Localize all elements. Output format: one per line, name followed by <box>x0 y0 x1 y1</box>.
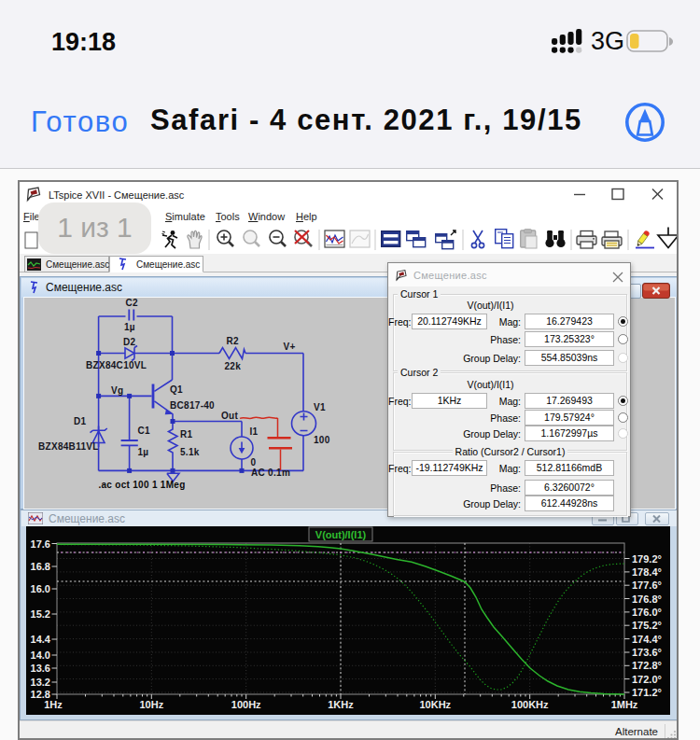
svg-text:100: 100 <box>314 435 330 445</box>
svg-text:13.6: 13.6 <box>31 663 50 674</box>
svg-text:V+: V+ <box>284 342 296 352</box>
svg-text:172.8°: 172.8° <box>632 660 662 671</box>
svg-text:I1: I1 <box>249 426 258 437</box>
svg-text:0: 0 <box>251 457 257 468</box>
svg-text:14.4: 14.4 <box>31 634 51 645</box>
svg-text:1MHz: 1MHz <box>611 699 638 710</box>
svg-text:177.6°: 177.6° <box>632 579 662 591</box>
svg-text:1µ: 1µ <box>137 447 148 457</box>
svg-text:173.6°: 173.6° <box>632 647 662 658</box>
svg-text:BZX84B11VL: BZX84B11VL <box>38 441 99 452</box>
svg-text:15.2: 15.2 <box>31 608 50 620</box>
svg-text:Q1: Q1 <box>170 384 183 395</box>
svg-text:178.4°: 178.4° <box>632 566 662 578</box>
svg-text:174.4°: 174.4° <box>632 634 662 645</box>
svg-text:Out: Out <box>221 411 238 421</box>
svg-text:BC817-40: BC817-40 <box>170 400 215 411</box>
svg-text:10KHz: 10KHz <box>419 699 451 710</box>
svg-text:14.0: 14.0 <box>31 649 50 661</box>
svg-text:BZX84C10VL: BZX84C10VL <box>86 360 147 370</box>
svg-text:AC 0.1m: AC 0.1m <box>251 468 290 478</box>
svg-text:22k: 22k <box>225 361 242 371</box>
svg-text:175.2°: 175.2° <box>632 620 662 631</box>
svg-text:176.0°: 176.0° <box>632 607 662 618</box>
svg-text:17.6: 17.6 <box>31 538 50 550</box>
svg-text:.ac oct 100 1 1Meg: .ac oct 100 1 1Meg <box>98 480 185 490</box>
svg-text:C1: C1 <box>137 426 150 436</box>
svg-text:100Hz: 100Hz <box>231 699 261 710</box>
svg-text:13.2: 13.2 <box>31 677 50 688</box>
svg-text:5.1k: 5.1k <box>180 447 200 457</box>
svg-text:C2: C2 <box>126 298 139 308</box>
svg-text:100KHz: 100KHz <box>511 699 549 710</box>
svg-text:179.2°: 179.2° <box>632 553 662 565</box>
svg-text:Vg: Vg <box>111 385 123 396</box>
svg-text:V(out)/I(I1): V(out)/I(I1) <box>315 529 367 540</box>
svg-text:R2: R2 <box>227 336 240 346</box>
svg-text:16.0: 16.0 <box>31 583 50 594</box>
svg-text:R1: R1 <box>180 429 193 440</box>
svg-text:171.2°: 171.2° <box>632 687 662 698</box>
svg-text:D1: D1 <box>74 416 87 426</box>
svg-text:176.8°: 176.8° <box>632 593 662 605</box>
svg-text:D2: D2 <box>123 337 136 347</box>
svg-text:16.8: 16.8 <box>31 561 50 572</box>
svg-text:172.0°: 172.0° <box>632 674 662 685</box>
svg-text:1µ: 1µ <box>124 322 135 332</box>
svg-text:1Hz: 1Hz <box>44 699 63 710</box>
svg-text:1KHz: 1KHz <box>328 699 354 710</box>
svg-text:V1: V1 <box>314 402 326 412</box>
svg-text:10Hz: 10Hz <box>139 699 163 710</box>
